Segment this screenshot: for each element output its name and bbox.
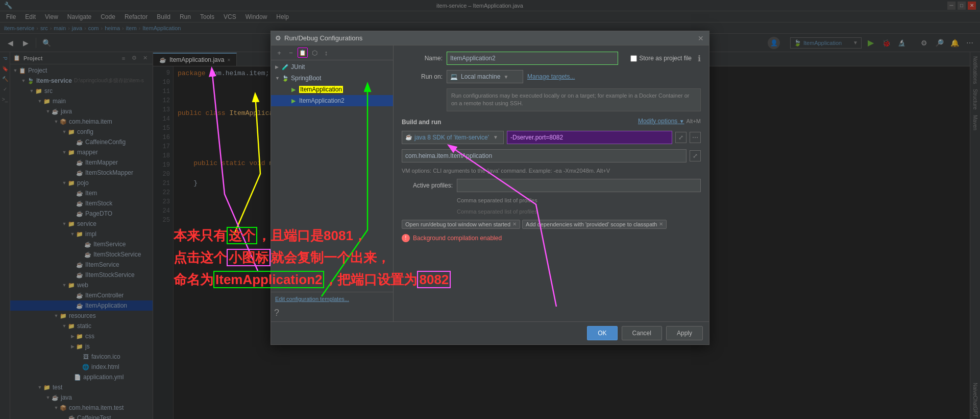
- dlg-label: ItemApplication2: [299, 97, 345, 104]
- options-tags: Open run/debug tool window when started …: [402, 220, 701, 229]
- local-machine-label: Local machine: [461, 73, 500, 80]
- tag-open-window-remove[interactable]: ✕: [512, 221, 517, 227]
- dialog-title: ⚙ Run/Debug Configurations: [275, 34, 362, 42]
- junit-icon: 🧪: [281, 63, 289, 71]
- dialog-footer: OK Cancel Apply: [271, 321, 709, 344]
- dlg-label: ItemApplication: [299, 86, 343, 93]
- store-as-project-checkbox[interactable]: [630, 55, 637, 62]
- edit-templates-section: Edit configuration templates...: [271, 292, 393, 306]
- dlg-move-button[interactable]: ⬡: [309, 48, 320, 58]
- run-info-box: Run configurations may be executed local…: [447, 88, 701, 111]
- dialog-config-tree: ▶ 🧪 JUnit ▼ 🍃 SpringBoot ▶: [271, 60, 393, 292]
- error-row: ! Background compilation enabled: [402, 234, 701, 242]
- modify-options-arrow: ▼: [679, 119, 684, 124]
- tag-open-window-label: Open run/debug tool window when started: [405, 221, 510, 227]
- vm-args-more-button[interactable]: ⋯: [690, 132, 701, 143]
- active-profiles-row: Active profiles:: [402, 179, 701, 192]
- dialog-help-button[interactable]: ?: [271, 306, 393, 321]
- dlg-copy-button[interactable]: 📋: [298, 48, 308, 58]
- run-on-row: Run on: 💻 Local machine ▼ Manage targets…: [402, 70, 701, 83]
- tag-open-window: Open run/debug tool window when started …: [402, 220, 520, 229]
- manage-targets-link[interactable]: Manage targets...: [527, 73, 575, 80]
- dlg-sort-button[interactable]: ↕: [321, 48, 331, 58]
- dialog-right-panel: Name: Store as project file ℹ Run on: 💻 …: [394, 45, 709, 321]
- run-on-label: Run on:: [402, 73, 443, 80]
- dlg-label: SpringBoot: [291, 75, 321, 82]
- local-machine-icon: 💻: [450, 73, 458, 80]
- apply-button[interactable]: Apply: [666, 326, 703, 340]
- dlg-add-button[interactable]: +: [274, 48, 284, 58]
- run-debug-dialog: ⚙ Run/Debug Configurations ✕ + − 📋 ⬡ ↕ ▶: [271, 31, 709, 345]
- dlg-tree-junit[interactable]: ▶ 🧪 JUnit: [271, 61, 393, 73]
- store-info-icon[interactable]: ℹ: [698, 54, 701, 63]
- ok-button[interactable]: OK: [587, 326, 617, 340]
- main-class-row: ⤢: [402, 149, 701, 162]
- run-config2-icon: ▶: [289, 97, 298, 105]
- build-run-row: ☕ java 8 SDK of 'item-service' ▼ ⤢ ⋯: [402, 131, 701, 144]
- dlg-tree-item-application[interactable]: ▶ ItemApplication: [271, 84, 393, 95]
- dlg-remove-button[interactable]: −: [286, 48, 296, 58]
- dialog-title-bar: ⚙ Run/Debug Configurations ✕: [271, 31, 709, 45]
- dialog-body: + − 📋 ⬡ ↕ ▶ 🧪 JUnit ▼ 🍃: [271, 45, 709, 321]
- shortcut-hint: Alt+M: [687, 118, 701, 124]
- active-profiles-label: Active profiles:: [402, 182, 453, 189]
- dlg-label: JUnit: [291, 63, 305, 71]
- tag-provided-label: Add dependencies with 'provided' scope t…: [526, 221, 657, 227]
- machine-dropdown[interactable]: 💻 Local machine ▼: [447, 70, 523, 83]
- profiles-input[interactable]: [457, 179, 701, 192]
- error-icon: !: [402, 234, 410, 242]
- vm-options-hint: VM options: CLI arguments to the 'java' …: [402, 168, 701, 174]
- name-input[interactable]: [447, 52, 618, 65]
- tag-provided-remove[interactable]: ✕: [659, 221, 663, 227]
- run-config-icon: ▶: [289, 85, 298, 94]
- cancel-button[interactable]: Cancel: [622, 326, 662, 340]
- name-label: Name:: [402, 55, 443, 62]
- dialog-left-panel: + − 📋 ⬡ ↕ ▶ 🧪 JUnit ▼ 🍃: [271, 45, 394, 321]
- profiles-hint: Comma separated list of profiles: [457, 197, 701, 203]
- store-as-project-label: Store as project file: [639, 55, 692, 62]
- dialog-close-button[interactable]: ✕: [697, 34, 705, 42]
- springboot-icon: 🍃: [281, 74, 289, 82]
- modify-options-link[interactable]: Modify options ▼: [638, 118, 684, 125]
- dlg-arrow: ▶: [275, 64, 281, 69]
- main-class-expand-button[interactable]: ⤢: [690, 150, 701, 161]
- dialog-title-icon: ⚙: [275, 34, 281, 42]
- machine-dropdown-arrow: ▼: [503, 74, 508, 80]
- edit-templates-link[interactable]: Edit configuration templates...: [275, 296, 349, 302]
- build-run-header: Build and run Modify options ▼ Alt+M: [402, 117, 701, 126]
- vm-args-expand-button[interactable]: ⤢: [675, 132, 687, 143]
- dialog-left-toolbar: + − 📋 ⬡ ↕: [271, 45, 393, 60]
- build-run-title: Build and run: [402, 119, 441, 126]
- sdk-arrow: ▼: [493, 134, 498, 140]
- name-row: Name: Store as project file ℹ: [402, 52, 701, 65]
- tag-provided-scope: Add dependencies with 'provided' scope t…: [522, 220, 667, 229]
- dialog-overlay: ⚙ Run/Debug Configurations ✕ + − 📋 ⬡ ↕ ▶: [0, 0, 980, 419]
- sdk-label: java 8 SDK of 'item-service': [414, 134, 489, 141]
- profiles-placeholder-hint: Comma separated list of profiles: [457, 208, 701, 215]
- vm-args-input[interactable]: [507, 131, 672, 144]
- java-icon: ☕: [405, 134, 412, 141]
- dlg-arrow: ▼: [275, 76, 281, 81]
- dlg-tree-item-application2[interactable]: ▶ ItemApplication2: [271, 95, 393, 106]
- main-class-input[interactable]: [402, 149, 687, 162]
- error-text: Background compilation enabled: [413, 235, 502, 242]
- dialog-title-text: Run/Debug Configurations: [284, 34, 362, 42]
- modify-options-text: Modify options: [638, 118, 677, 125]
- dlg-tree-springboot[interactable]: ▼ 🍃 SpringBoot: [271, 73, 393, 84]
- sdk-dropdown[interactable]: ☕ java 8 SDK of 'item-service' ▼: [402, 131, 504, 144]
